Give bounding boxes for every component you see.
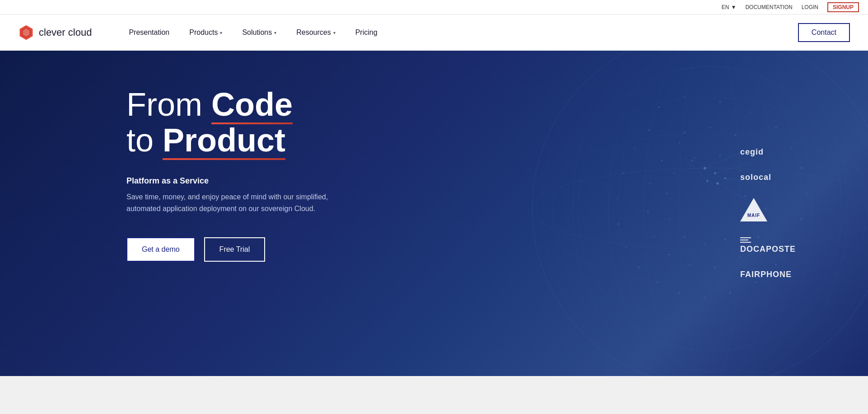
svg-point-48 bbox=[689, 264, 690, 265]
svg-point-66 bbox=[691, 160, 693, 162]
client-cegid: cegid bbox=[740, 147, 796, 157]
svg-point-61 bbox=[704, 244, 705, 245]
svg-point-22 bbox=[800, 167, 803, 169]
client-maif: MAIF bbox=[740, 198, 796, 221]
svg-point-37 bbox=[634, 148, 635, 150]
client-docaposte: DOCAPOSTE bbox=[740, 237, 796, 254]
client-fairphone: FAIRPHONE bbox=[740, 270, 796, 279]
nav-pricing[interactable]: Pricing bbox=[345, 14, 387, 51]
svg-point-17 bbox=[684, 96, 685, 98]
svg-point-19 bbox=[750, 112, 751, 113]
svg-point-11 bbox=[680, 51, 741, 376]
svg-point-7 bbox=[537, 132, 868, 285]
lang-selector[interactable]: EN ▼ bbox=[722, 4, 737, 10]
lang-label: EN bbox=[722, 4, 729, 10]
svg-point-20 bbox=[775, 127, 777, 129]
nav-solutions[interactable]: Solutions ▾ bbox=[232, 14, 286, 51]
docaposte-icon bbox=[740, 237, 751, 243]
logo[interactable]: clever cloud bbox=[18, 24, 92, 41]
svg-point-4 bbox=[568, 66, 852, 351]
svg-point-31 bbox=[656, 282, 657, 283]
svg-point-39 bbox=[684, 132, 686, 134]
logo-icon bbox=[18, 24, 34, 41]
svg-point-30 bbox=[678, 292, 681, 294]
svg-point-36 bbox=[623, 172, 625, 174]
nav-products[interactable]: Products ▾ bbox=[179, 14, 232, 51]
nav-items: Presentation Products ▾ Solutions ▾ Reso… bbox=[119, 14, 850, 51]
resources-chevron-icon: ▾ bbox=[333, 30, 336, 35]
client-solocal: solocal bbox=[740, 173, 796, 182]
svg-point-53 bbox=[661, 160, 663, 162]
svg-point-65 bbox=[674, 173, 675, 174]
nav-presentation[interactable]: Presentation bbox=[119, 14, 179, 51]
top-bar: EN ▼ DOCUMENTATION LOGIN SIGNUP bbox=[0, 0, 868, 14]
svg-point-9 bbox=[578, 66, 842, 351]
client-logos: cegid solocal MAIF DOCAPOSTE FAIRPHONE bbox=[740, 147, 796, 279]
nav-contact[interactable]: Contact bbox=[798, 23, 850, 42]
svg-line-72 bbox=[705, 153, 741, 168]
svg-point-55 bbox=[694, 157, 695, 159]
svg-point-40 bbox=[709, 127, 710, 128]
solutions-chevron-icon: ▾ bbox=[274, 30, 276, 35]
svg-point-27 bbox=[755, 282, 756, 283]
svg-point-47 bbox=[714, 266, 716, 268]
svg-point-41 bbox=[734, 134, 737, 136]
svg-point-35 bbox=[617, 198, 618, 199]
hero-content: From Code to Product Platform as a Servi… bbox=[0, 51, 406, 289]
hero-buttons: Get a demo Free Trial bbox=[126, 237, 406, 262]
svg-point-52 bbox=[649, 183, 651, 184]
hero-subtitle-text: Save time, money, and enjoy peace of min… bbox=[126, 191, 352, 214]
svg-point-29 bbox=[704, 297, 705, 298]
svg-point-3 bbox=[532, 51, 868, 376]
svg-point-23 bbox=[806, 193, 807, 194]
svg-point-6 bbox=[532, 168, 868, 249]
svg-point-32 bbox=[638, 266, 640, 268]
page-footer bbox=[0, 376, 868, 403]
lang-chevron-icon: ▼ bbox=[731, 4, 737, 10]
products-chevron-icon: ▾ bbox=[220, 30, 222, 35]
login-link[interactable]: LOGIN bbox=[802, 4, 818, 10]
svg-point-49 bbox=[668, 254, 671, 256]
svg-point-51 bbox=[647, 210, 649, 212]
hero-subtitle-bold: Platform as a Service bbox=[126, 176, 406, 186]
svg-point-50 bbox=[653, 236, 655, 237]
svg-point-33 bbox=[625, 246, 627, 248]
svg-point-62 bbox=[684, 236, 686, 238]
signup-button[interactable]: SIGNUP bbox=[827, 2, 859, 12]
svg-point-54 bbox=[679, 142, 680, 143]
documentation-link[interactable]: DOCUMENTATION bbox=[745, 4, 792, 10]
svg-point-64 bbox=[666, 193, 668, 195]
svg-line-74 bbox=[685, 158, 708, 181]
hero-section: From Code to Product Platform as a Servi… bbox=[0, 51, 868, 376]
free-trial-button[interactable]: Free Trial bbox=[204, 237, 266, 262]
svg-point-28 bbox=[729, 292, 732, 294]
svg-point-24 bbox=[800, 218, 803, 220]
get-demo-button[interactable]: Get a demo bbox=[126, 237, 195, 262]
main-nav: clever cloud Presentation Products ▾ Sol… bbox=[0, 14, 868, 51]
svg-point-16 bbox=[658, 106, 660, 108]
svg-point-38 bbox=[648, 129, 650, 131]
svg-point-34 bbox=[617, 223, 620, 226]
svg-point-14 bbox=[573, 51, 847, 376]
svg-point-15 bbox=[542, 51, 868, 376]
svg-point-60 bbox=[724, 238, 727, 240]
nav-resources[interactable]: Resources ▾ bbox=[286, 14, 345, 51]
svg-point-18 bbox=[719, 101, 721, 104]
svg-point-56 bbox=[719, 155, 721, 157]
hero-title: From Code to Product bbox=[126, 87, 406, 158]
svg-point-63 bbox=[668, 218, 670, 220]
logo-text: clever cloud bbox=[39, 27, 92, 38]
